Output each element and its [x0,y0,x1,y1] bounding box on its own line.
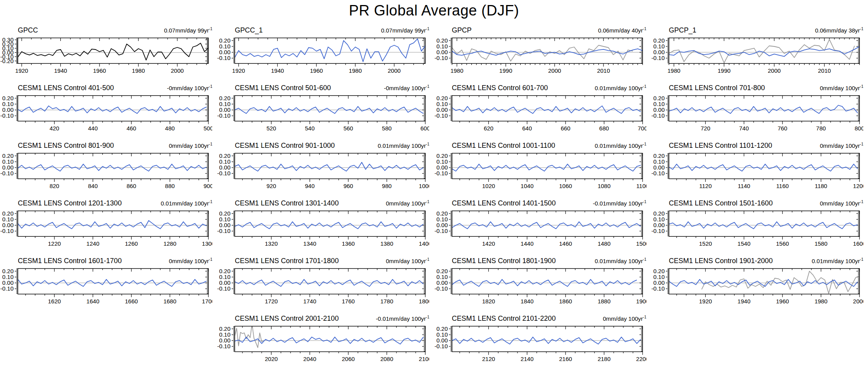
svg-text:2010: 2010 [818,67,830,74]
svg-text:520: 520 [266,125,276,132]
svg-text:1040: 1040 [521,183,533,189]
svg-text:-0.10: -0.10 [217,112,230,119]
trend-annotation: 0mm/day 100yr-1 [169,142,212,149]
svg-text:640: 640 [522,125,532,132]
svg-text:2160: 2160 [559,356,572,362]
svg-text:1840: 1840 [521,298,533,305]
chart-panel: CESM1 LENS Control 1101-12000mm/day 100y… [651,137,868,195]
panel-title: CESM1 LENS Control 1401-1500 [452,199,556,207]
timeseries-plot: 172017401760178018000.200.100.00-0.10 [217,266,429,306]
panel-header: CESM1 LENS Control 1901-20000.01mm/day 1… [651,257,868,266]
timeseries-plot: 212021402160218022000.200.100.00-0.10 [434,324,646,364]
svg-text:1640: 1640 [86,298,99,305]
chart-panel: CESM1 LENS Control 401-500-0mm/day 100yr… [0,79,217,137]
panel-header: CESM1 LENS Control 1301-14000mm/day 100y… [217,199,434,209]
svg-text:2040: 2040 [303,356,316,362]
svg-text:-0.10: -0.10 [434,55,447,61]
chart-panel: CESM1 LENS Control 1701-18000mm/day 100y… [217,252,434,310]
panel-title: CESM1 LENS Control 601-700 [452,84,548,92]
svg-text:1060: 1060 [559,183,572,189]
timeseries-plot: 8208408608809000.200.100.00-0.10 [0,151,212,191]
panel-title: GPCC_1 [235,26,263,34]
svg-text:1000: 1000 [419,183,430,189]
timeseries-plot: 102010401060108011000.200.100.00-0.10 [434,151,646,191]
svg-text:-0.10: -0.10 [217,55,230,61]
panel-title: CESM1 LENS Control 1201-1300 [18,199,122,207]
svg-text:1460: 1460 [559,240,572,247]
chart-panel: CESM1 LENS Control 1401-1500-0.01mm/day … [434,195,651,252]
trend-annotation: 0.01mm/day 100yr-1 [595,142,646,149]
panel-header: CESM1 LENS Control 801-9000mm/day 100yr-… [0,142,217,151]
svg-text:580: 580 [382,125,392,132]
panel-header: CESM1 LENS Control 701-8000mm/day 100yr-… [651,84,868,93]
svg-text:2000: 2000 [853,298,863,305]
svg-text:1220: 1220 [48,240,61,247]
svg-text:2200: 2200 [636,356,646,362]
svg-text:-0.10: -0.10 [0,228,14,234]
chart-panel: CESM1 LENS Control 2001-2100-0.01mm/day … [217,310,434,368]
svg-text:2020: 2020 [265,356,278,362]
chart-panel: GPCP0.06mm/day 40yr-119801990200020100.2… [434,22,651,79]
svg-text:1020: 1020 [482,183,495,189]
svg-text:-0.10: -0.10 [651,228,665,234]
svg-text:1200: 1200 [853,183,863,189]
trend-annotation: -0mm/day 100yr-1 [167,84,212,91]
trend-annotation: 0.01mm/day 100yr-1 [378,142,429,149]
svg-text:1980: 1980 [450,67,463,74]
svg-text:500: 500 [203,125,212,132]
svg-text:660: 660 [560,125,570,132]
timeseries-plot: 19801990200020100.200.100.00-0.10 [651,36,863,76]
svg-text:2010: 2010 [597,67,610,74]
svg-text:880: 880 [165,183,175,189]
chart-panel: CESM1 LENS Control 1301-14000mm/day 100y… [217,195,434,252]
panel-header: CESM1 LENS Control 401-500-0mm/day 100yr… [0,84,217,93]
chart-panel: CESM1 LENS Control 1201-13000.01mm/day 1… [0,195,217,252]
trend-annotation: -0mm/day 100yr-1 [384,84,429,91]
svg-text:1260: 1260 [125,240,138,247]
svg-text:1100: 1100 [636,183,646,189]
chart-panel: CESM1 LENS Control 701-8000mm/day 100yr-… [651,79,868,137]
svg-text:700: 700 [638,125,646,132]
svg-text:1980: 1980 [667,67,680,74]
svg-text:1980: 1980 [132,67,145,74]
svg-text:2000: 2000 [768,67,780,74]
panel-header: CESM1 LENS Control 2101-22000mm/day 100y… [434,315,651,324]
svg-text:-0.10: -0.10 [0,170,14,176]
svg-text:-0.10: -0.10 [217,285,230,292]
svg-text:1660: 1660 [125,298,138,305]
svg-text:1160: 1160 [776,183,789,189]
svg-text:1360: 1360 [342,240,355,247]
panel-title: CESM1 LENS Control 2001-2100 [235,315,339,323]
panels-grid: GPCC0.07mm/day 99yr-11920194019601980200… [0,22,868,368]
svg-text:740: 740 [739,125,749,132]
trend-annotation: 0.06mm/day 38yr-1 [815,27,863,34]
timeseries-plot: 182018401860188019000.200.100.00-0.10 [434,266,646,306]
trend-annotation: 0mm/day 100yr-1 [820,84,863,91]
svg-text:-0.10: -0.10 [434,112,447,119]
svg-text:1880: 1880 [597,298,610,305]
svg-text:680: 680 [599,125,609,132]
timeseries-plot: 192019401960198020000.300.200.100.00-0.1… [0,36,212,76]
panel-title: CESM1 LENS Control 801-900 [18,142,114,150]
svg-text:-0.10: -0.10 [217,170,230,176]
panel-header: GPCC_10.07mm/day 99yr-1 [217,26,434,36]
svg-text:940: 940 [305,183,315,189]
chart-panel: GPCC0.07mm/day 99yr-11920194019601980200… [0,22,217,79]
svg-text:1480: 1480 [597,240,610,247]
svg-text:1560: 1560 [776,240,789,247]
svg-text:1820: 1820 [482,298,495,305]
svg-text:1600: 1600 [853,240,863,247]
panel-title: CESM1 LENS Control 1601-1700 [18,257,122,265]
panel-header: CESM1 LENS Control 1501-16000mm/day 100y… [651,199,868,209]
panel-title: GPCP_1 [669,26,696,34]
svg-text:1580: 1580 [815,240,827,247]
svg-text:2180: 2180 [597,356,610,362]
trend-annotation: 0.06mm/day 40yr-1 [598,27,646,34]
timeseries-plot: 192019401960198020000.200.100.00-0.10 [651,266,863,306]
svg-text:1520: 1520 [699,240,712,247]
trend-annotation: 0mm/day 100yr-1 [603,315,646,322]
trend-annotation: 0mm/day 100yr-1 [169,257,212,264]
svg-text:860: 860 [127,183,136,189]
svg-text:1420: 1420 [482,240,495,247]
chart-panel: GPCP_10.06mm/day 38yr-119801990200020100… [651,22,868,79]
